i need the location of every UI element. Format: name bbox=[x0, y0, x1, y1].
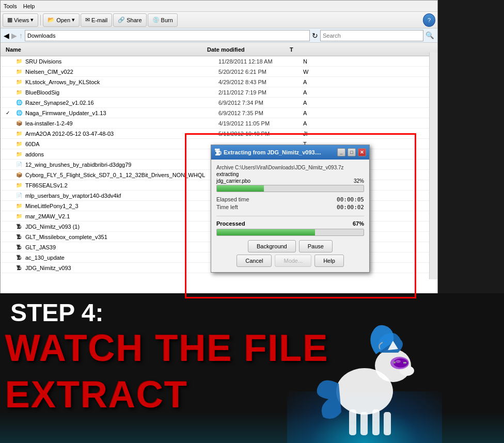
list-item[interactable]: ✓ 🌐 Naga_Firmware_Updater_v1.13 6/9/2012… bbox=[1, 108, 437, 118]
file-icon: 🗜 bbox=[15, 233, 23, 241]
file-name: MineLittlePony1_2_3 bbox=[25, 203, 216, 209]
file-icon: 📁 bbox=[15, 150, 23, 159]
processed-progress-fill bbox=[217, 229, 315, 235]
file-icon: 🗜 bbox=[15, 223, 23, 231]
minimize-button[interactable]: _ bbox=[337, 148, 345, 156]
pony-svg bbox=[292, 304, 437, 443]
file-name: Cyborg_FLY_5_Flight_Stick_SD7_0_1_12_32B… bbox=[25, 172, 216, 178]
col-name-header[interactable]: Name bbox=[6, 46, 207, 53]
file-progress-pct: 32% bbox=[354, 178, 364, 184]
col-date-header[interactable]: Date modified bbox=[207, 46, 290, 53]
help-button[interactable]: ? bbox=[423, 13, 435, 27]
file-icon: 📁 bbox=[15, 212, 23, 220]
file-name: TF86SEALSv1.2 bbox=[25, 182, 216, 188]
maximize-button[interactable]: □ bbox=[348, 148, 356, 156]
file-icon: 🌐 bbox=[15, 109, 23, 117]
file-name: JDG_Nimitz_v093 bbox=[25, 265, 216, 271]
file-icon: 📄 bbox=[15, 192, 23, 200]
pony-illustration bbox=[266, 293, 463, 443]
file-name: GLT_Missilebox_complete_v351 bbox=[25, 234, 216, 240]
file-extra: N bbox=[303, 58, 432, 65]
cancel-button[interactable]: Cancel bbox=[237, 255, 272, 267]
burn-button[interactable]: 💿 Burn bbox=[148, 13, 178, 27]
search-input[interactable] bbox=[320, 30, 423, 41]
share-icon: 🔗 bbox=[118, 17, 125, 23]
list-item[interactable]: 📁 SRU Divisions 11/28/2011 12:18 AM N bbox=[1, 56, 437, 67]
pause-button[interactable]: Pause bbox=[299, 240, 333, 252]
time-left-label: Time left bbox=[216, 204, 290, 211]
file-icon: 📄 bbox=[15, 161, 23, 169]
file-icon: 📦 bbox=[15, 171, 23, 179]
file-icon: 📁 bbox=[15, 57, 23, 66]
dialog-body: Archive C:\Users\Viral\Downloads\JDG_Nim… bbox=[211, 160, 369, 272]
email-button[interactable]: ✉ E-mail bbox=[81, 13, 112, 27]
svg-rect-5 bbox=[393, 361, 396, 363]
background-button[interactable]: Background bbox=[248, 240, 296, 252]
file-date: 5/11/2012 10:48 PM bbox=[218, 131, 301, 137]
share-button[interactable]: 🔗 Share bbox=[113, 13, 146, 27]
list-item[interactable]: 📦 lea-installer-1-2-49 4/19/2012 11:05 P… bbox=[1, 118, 437, 129]
dialog-title: Extracting from JDG_Nimitz_v093.... bbox=[224, 149, 335, 155]
file-date: 2/11/2012 7:19 PM bbox=[218, 89, 301, 96]
file-extra: A bbox=[303, 100, 432, 106]
file-name: ac_130_update bbox=[25, 255, 216, 261]
mode-button[interactable]: Mode... bbox=[275, 255, 311, 267]
processed-pct: 67% bbox=[353, 220, 364, 227]
forward-button[interactable]: ▶ bbox=[11, 31, 17, 40]
scrollbar[interactable] bbox=[429, 52, 437, 279]
extracting-filename: jdg_carrier.pbo 32% bbox=[216, 178, 364, 184]
menu-tools[interactable]: Tools bbox=[4, 3, 17, 9]
file-name: addons bbox=[25, 151, 216, 157]
help-dialog-button[interactable]: Help bbox=[314, 255, 344, 267]
views-icon: ▦ bbox=[7, 17, 12, 23]
dialog-buttons-row2: Cancel Mode... Help bbox=[216, 255, 364, 267]
file-icon: 📁 bbox=[15, 140, 23, 148]
file-name: Nielsen_CIM_v022 bbox=[25, 69, 216, 75]
file-date: 11/28/2011 12:18 AM bbox=[218, 58, 301, 65]
address-input[interactable] bbox=[25, 30, 310, 41]
views-button[interactable]: ▦ Views ▾ bbox=[3, 13, 38, 27]
burn-icon: 💿 bbox=[152, 17, 160, 23]
file-date: 5/20/2012 6:21 PM bbox=[218, 69, 301, 75]
file-icon: 🗜 bbox=[15, 254, 23, 262]
time-info: Elapsed time 00:00:05 Time left 00:00:02 bbox=[216, 196, 364, 211]
file-name: BlueBloodSig bbox=[25, 89, 216, 96]
views-dropdown-icon: ▾ bbox=[30, 17, 34, 23]
list-item[interactable]: 🌐 Razer_Synapse2_v1.02.16 6/9/2012 7:34 … bbox=[1, 98, 437, 108]
file-name: JDG_Nimitz_v093 (1) bbox=[25, 224, 216, 230]
list-item[interactable]: 📁 Nielsen_CIM_v022 5/20/2012 6:21 PM W bbox=[1, 67, 437, 77]
svg-rect-9 bbox=[360, 412, 368, 435]
file-icon: 🗜 bbox=[15, 264, 23, 272]
refresh-button[interactable]: ↻ bbox=[312, 31, 318, 40]
svg-rect-8 bbox=[349, 409, 356, 435]
file-name: Razer_Synapse2_v1.02.16 bbox=[25, 100, 216, 106]
menu-help[interactable]: Help bbox=[23, 3, 35, 9]
elapsed-label: Elapsed time bbox=[216, 196, 290, 203]
up-button[interactable]: ↑ bbox=[19, 31, 23, 40]
file-name: mlp_userbars_by_vraptor140-d3dv4kf bbox=[25, 193, 216, 199]
file-icon: 🗜 bbox=[15, 243, 23, 251]
list-item[interactable]: 📁 BlueBloodSig 2/11/2012 7:19 PM A bbox=[1, 87, 437, 98]
7zip-icon: 🗜 bbox=[214, 148, 222, 156]
file-name: lea-installer-1-2-49 bbox=[25, 120, 216, 126]
column-headers: Name Date modified T bbox=[1, 43, 437, 56]
file-extra: A bbox=[303, 120, 432, 126]
extract-dialog: 🗜 Extracting from JDG_Nimitz_v093.... _ … bbox=[211, 145, 370, 273]
svg-rect-11 bbox=[384, 412, 391, 435]
file-name: SRU Divisions bbox=[25, 58, 216, 65]
step-text: STEP 4: bbox=[10, 298, 104, 327]
list-item[interactable]: 📁 KLstock_Arrows_by_KLStock 4/29/2012 8:… bbox=[1, 77, 437, 87]
open-button[interactable]: 📂 Open ▾ bbox=[43, 13, 80, 27]
close-button[interactable]: ✕ bbox=[358, 148, 366, 156]
list-item[interactable]: 📁 ArmA2OA 2012-05-12 03-47-48-03 5/11/20… bbox=[1, 129, 437, 139]
file-name: 60DA bbox=[25, 141, 216, 147]
file-date: 6/9/2012 7:34 PM bbox=[218, 100, 301, 106]
file-extra: W bbox=[303, 69, 432, 75]
processed-progress-bar bbox=[216, 229, 364, 236]
archive-path: Archive C:\Users\Viral\Downloads\JDG_Nim… bbox=[216, 165, 364, 170]
back-button[interactable]: ◀ bbox=[4, 31, 9, 40]
email-icon: ✉ bbox=[85, 17, 90, 23]
nav-bar: ◀ ▶ ↑ ↻ 🔍 bbox=[1, 28, 437, 43]
search-icon[interactable]: 🔍 bbox=[426, 31, 434, 39]
file-name: KLstock_Arrows_by_KLStock bbox=[25, 79, 216, 85]
